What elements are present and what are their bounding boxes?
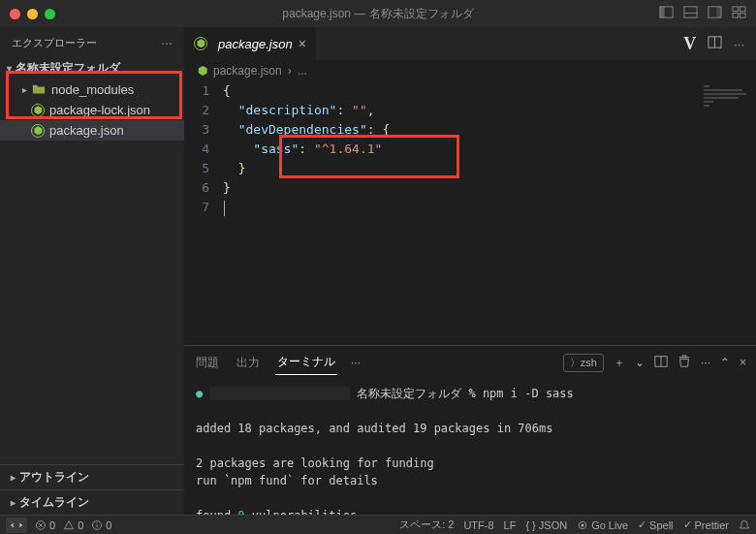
window-title: package.json — 名称未設定フォルダ xyxy=(0,6,756,22)
svg-rect-6 xyxy=(733,7,739,12)
tree-item-package-json[interactable]: ⬢ package.json xyxy=(0,120,184,141)
breadcrumb-sep: › xyxy=(288,64,292,78)
maximize-panel-icon[interactable]: ⌃ xyxy=(720,356,730,369)
outline-label: アウトライン xyxy=(19,469,89,486)
json-file-icon: ⬢ xyxy=(198,64,207,78)
svg-point-21 xyxy=(582,523,584,526)
split-editor-icon[interactable] xyxy=(708,35,722,52)
chevron-right-icon: ▸ xyxy=(6,472,19,483)
layout-sidebar-right-icon[interactable] xyxy=(708,5,722,22)
code-lines[interactable]: { "description": "", "devDependencies": … xyxy=(223,81,756,217)
prettier-button[interactable]: ✓ Prettier xyxy=(683,518,729,531)
chevron-right-icon: ▸ xyxy=(6,497,19,508)
close-window-button[interactable] xyxy=(10,9,20,19)
maximize-window-button[interactable] xyxy=(45,9,55,19)
close-panel-icon[interactable]: × xyxy=(740,356,746,369)
go-live-button[interactable]: Go Live xyxy=(577,519,628,531)
tree-item-label: package.json xyxy=(49,123,124,138)
indentation-status[interactable]: スペース: 2 xyxy=(399,518,454,532)
terminal-dropdown-icon[interactable]: ⌄ xyxy=(635,356,645,369)
tree-item-label: node_modules xyxy=(51,82,134,97)
line-number-gutter: 1234567 xyxy=(184,81,223,217)
tab-label: package.json xyxy=(218,37,293,51)
editor-area: ⬢ package.json × V ··· ⬢ package.json › … xyxy=(184,27,756,515)
terminal-output[interactable]: ● ████████████████████ 名称未設定フォルダ % npm i… xyxy=(184,379,756,515)
close-tab-icon[interactable]: × xyxy=(299,36,306,51)
tree-item-label: package-lock.json xyxy=(49,103,150,117)
svg-rect-1 xyxy=(660,7,665,17)
tree-item-node-modules[interactable]: ▸ node_modules xyxy=(0,79,184,100)
folder-icon xyxy=(31,81,47,97)
minimap[interactable] xyxy=(704,85,752,114)
panel-tab-output[interactable]: 出力 xyxy=(235,351,262,375)
root-folder-label: 名称未設定フォルダ xyxy=(16,60,120,77)
json-file-icon: ⬢ xyxy=(194,37,207,50)
tab-package-json[interactable]: ⬢ package.json × xyxy=(184,27,317,60)
svg-rect-2 xyxy=(684,7,697,17)
layout-panel-icon[interactable] xyxy=(683,5,698,22)
panel-more-icon[interactable]: ··· xyxy=(351,356,361,369)
svg-rect-8 xyxy=(733,13,739,17)
root-folder-row[interactable]: ▾ 名称未設定フォルダ xyxy=(0,58,184,79)
language-status[interactable]: { } JSON xyxy=(525,519,567,531)
outline-section[interactable]: ▸ アウトライン xyxy=(0,464,184,489)
more-actions-icon[interactable]: ··· xyxy=(734,37,744,51)
warnings-count[interactable]: 0 xyxy=(63,519,83,531)
status-bar: 0 0 0 スペース: 2 UTF-8 LF { } JSON Go Live … xyxy=(0,515,756,534)
terminal-shell-selector[interactable]: 〉zsh xyxy=(563,354,604,372)
chevron-down-icon: ▾ xyxy=(2,63,16,74)
panel-tab-terminal[interactable]: ターミナル xyxy=(275,350,337,375)
explorer-sidebar: エクスプローラー ··· ▾ 名称未設定フォルダ ▸ node_modules … xyxy=(0,27,184,515)
tree-item-package-lock[interactable]: ⬢ package-lock.json xyxy=(0,100,184,120)
bottom-panel: 問題 出力 ターミナル ··· 〉zsh ＋ ⌄ ··· ⌃ × ● █████… xyxy=(184,345,756,515)
svg-point-19 xyxy=(97,522,98,523)
svg-rect-7 xyxy=(740,7,745,12)
chevron-right-icon: ▸ xyxy=(17,84,31,95)
file-tree: ▸ node_modules ⬢ package-lock.json ⬢ pac… xyxy=(0,79,184,464)
panel-tab-problems[interactable]: 問題 xyxy=(194,351,221,375)
notifications-icon[interactable] xyxy=(739,519,750,531)
errors-count[interactable]: 0 xyxy=(35,519,55,531)
json-file-icon: ⬢ xyxy=(31,104,45,117)
breadcrumb[interactable]: ⬢ package.json › ... xyxy=(184,60,756,81)
layout-sidebar-left-icon[interactable] xyxy=(659,5,674,22)
svg-rect-9 xyxy=(740,13,745,17)
panel-more-icon[interactable]: ··· xyxy=(701,356,710,369)
explorer-more-icon[interactable]: ··· xyxy=(161,35,173,50)
encoding-status[interactable]: UTF-8 xyxy=(463,519,493,531)
eol-status[interactable]: LF xyxy=(504,519,517,531)
kill-terminal-icon[interactable] xyxy=(677,355,691,371)
json-file-icon: ⬢ xyxy=(31,124,45,138)
vim-mode-icon[interactable]: V xyxy=(683,34,696,54)
split-terminal-icon[interactable] xyxy=(654,355,668,371)
timeline-section[interactable]: ▸ タイムライン xyxy=(0,489,184,515)
traffic-lights xyxy=(10,9,55,19)
breadcrumb-file: package.json xyxy=(213,64,282,78)
timeline-label: タイムライン xyxy=(19,494,89,511)
explorer-title: エクスプローラー xyxy=(12,36,97,50)
customize-layout-icon[interactable] xyxy=(732,5,746,22)
svg-rect-5 xyxy=(716,7,721,17)
minimize-window-button[interactable] xyxy=(27,9,38,19)
editor-tabs: ⬢ package.json × V ··· xyxy=(184,27,756,60)
spell-check-button[interactable]: ✓ Spell xyxy=(638,518,673,531)
info-count[interactable]: 0 xyxy=(91,519,111,531)
code-editor[interactable]: 1234567 { "description": "", "devDepende… xyxy=(184,81,756,345)
title-bar: package.json — 名称未設定フォルダ xyxy=(0,0,756,27)
breadcrumb-rest: ... xyxy=(298,64,307,78)
new-terminal-icon[interactable]: ＋ xyxy=(614,355,625,371)
remote-indicator[interactable] xyxy=(6,518,27,533)
